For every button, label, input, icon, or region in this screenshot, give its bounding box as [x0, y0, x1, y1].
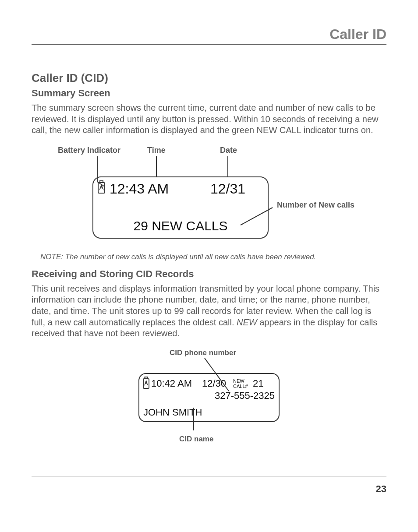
label-number-new-calls: Number of New calls: [277, 201, 354, 209]
heading-caller-id-cid: Caller ID (CID): [32, 71, 386, 85]
para2-italic-new: NEW: [237, 317, 257, 327]
receiving-storing-paragraph: This unit receives and displays informat…: [32, 283, 386, 339]
label-date: Date: [220, 146, 237, 155]
svg-rect-6: [100, 181, 103, 183]
note-new-calls: NOTE: The number of new calls is display…: [40, 253, 386, 261]
page-number: 23: [32, 476, 386, 495]
display-new-calls: 29 NEW CALLS: [133, 218, 227, 233]
label-time: Time: [147, 146, 166, 155]
display2-phone: 327-555-2325: [215, 390, 275, 401]
display2-callhash: CALL#: [233, 384, 248, 389]
cid-record-diagram: CID phone number 10:42 AM 12/30 NEW CALL…: [32, 347, 386, 450]
heading-receiving-storing: Receiving and Storing CID Records: [32, 268, 386, 280]
label-cid-phone-number: CID phone number: [170, 349, 236, 357]
label-battery-indicator: Battery Indicator: [58, 146, 120, 155]
display2-callnum: 21: [253, 378, 263, 389]
svg-marker-7: [99, 184, 104, 190]
display-date: 12/31: [210, 181, 245, 197]
summary-screen-paragraph: The summary screen shows the current tim…: [32, 102, 386, 136]
display-time: 12:43 AM: [110, 181, 169, 197]
svg-marker-13: [144, 380, 148, 386]
label-cid-name: CID name: [179, 435, 213, 443]
page-header-title: Caller ID: [32, 26, 386, 45]
summary-screen-diagram: Battery Indicator Time Date 12:43 AM 12/…: [32, 144, 386, 247]
display2-date: 12/30: [202, 378, 226, 389]
svg-rect-12: [145, 377, 148, 379]
display2-time: 10:42 AM: [151, 378, 192, 389]
display2-new: NEW: [233, 378, 244, 384]
heading-summary-screen: Summary Screen: [32, 88, 386, 99]
